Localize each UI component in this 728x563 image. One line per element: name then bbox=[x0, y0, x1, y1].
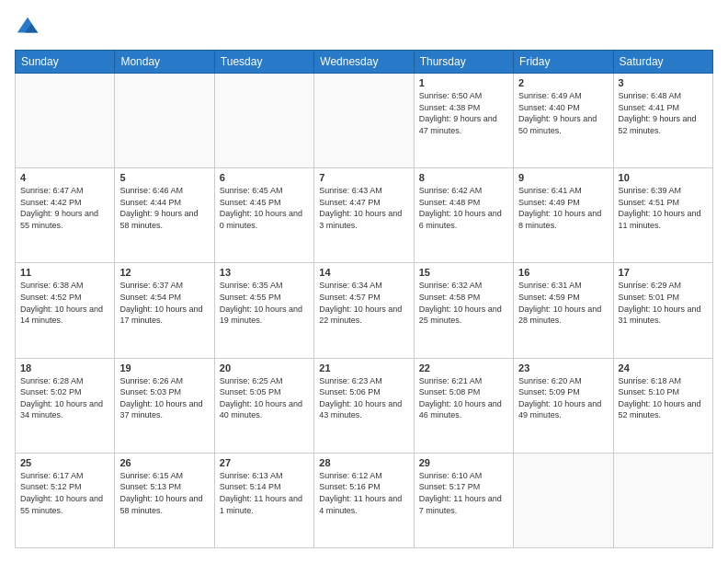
day-info: Sunrise: 6:10 AMSunset: 5:17 PMDaylight:… bbox=[419, 470, 508, 516]
day-number: 5 bbox=[119, 172, 209, 183]
day-number: 1 bbox=[419, 77, 508, 88]
calendar-cell: 22Sunrise: 6:21 AMSunset: 5:08 PMDayligh… bbox=[414, 358, 513, 453]
day-number: 16 bbox=[518, 267, 608, 278]
day-number: 23 bbox=[518, 362, 608, 373]
day-info: Sunrise: 6:50 AMSunset: 4:38 PMDaylight:… bbox=[419, 90, 508, 136]
day-number: 8 bbox=[419, 172, 508, 183]
day-number: 7 bbox=[319, 172, 408, 183]
calendar-cell bbox=[514, 453, 613, 547]
day-number: 25 bbox=[20, 457, 109, 468]
calendar-cell: 9Sunrise: 6:41 AMSunset: 4:49 PMDaylight… bbox=[514, 168, 613, 263]
day-info: Sunrise: 6:26 AMSunset: 5:03 PMDaylight:… bbox=[119, 375, 209, 421]
logo-icon bbox=[15, 15, 40, 40]
day-info: Sunrise: 6:46 AMSunset: 4:44 PMDaylight:… bbox=[119, 185, 209, 231]
calendar-cell bbox=[214, 74, 313, 168]
day-number: 26 bbox=[119, 457, 209, 468]
day-info: Sunrise: 6:20 AMSunset: 5:09 PMDaylight:… bbox=[518, 375, 608, 421]
week-row-5: 25Sunrise: 6:17 AMSunset: 5:12 PMDayligh… bbox=[16, 453, 713, 547]
weekday-sunday: Sunday bbox=[16, 51, 115, 74]
day-number: 28 bbox=[319, 457, 408, 468]
day-info: Sunrise: 6:42 AMSunset: 4:48 PMDaylight:… bbox=[419, 185, 508, 231]
day-info: Sunrise: 6:29 AMSunset: 5:01 PMDaylight:… bbox=[619, 280, 708, 326]
header bbox=[15, 15, 713, 40]
weekday-monday: Monday bbox=[115, 51, 214, 74]
day-number: 29 bbox=[419, 457, 508, 468]
day-info: Sunrise: 6:21 AMSunset: 5:08 PMDaylight:… bbox=[419, 375, 508, 421]
day-info: Sunrise: 6:48 AMSunset: 4:41 PMDaylight:… bbox=[619, 90, 708, 136]
day-number: 22 bbox=[419, 362, 508, 373]
day-number: 19 bbox=[119, 362, 209, 373]
calendar-cell: 20Sunrise: 6:25 AMSunset: 5:05 PMDayligh… bbox=[214, 358, 313, 453]
calendar-cell: 14Sunrise: 6:34 AMSunset: 4:57 PMDayligh… bbox=[314, 263, 414, 358]
calendar-cell: 21Sunrise: 6:23 AMSunset: 5:06 PMDayligh… bbox=[314, 358, 414, 453]
day-info: Sunrise: 6:31 AMSunset: 4:59 PMDaylight:… bbox=[518, 280, 608, 326]
calendar-cell: 5Sunrise: 6:46 AMSunset: 4:44 PMDaylight… bbox=[115, 168, 214, 263]
week-row-3: 11Sunrise: 6:38 AMSunset: 4:52 PMDayligh… bbox=[16, 263, 713, 358]
calendar-cell: 28Sunrise: 6:12 AMSunset: 5:16 PMDayligh… bbox=[314, 453, 414, 547]
day-number: 2 bbox=[518, 77, 608, 88]
day-number: 13 bbox=[220, 267, 309, 278]
week-row-4: 18Sunrise: 6:28 AMSunset: 5:02 PMDayligh… bbox=[16, 358, 713, 453]
calendar-cell: 23Sunrise: 6:20 AMSunset: 5:09 PMDayligh… bbox=[514, 358, 613, 453]
calendar-cell bbox=[115, 74, 214, 168]
day-number: 17 bbox=[619, 267, 708, 278]
day-number: 27 bbox=[220, 457, 309, 468]
calendar-cell bbox=[314, 74, 414, 168]
day-info: Sunrise: 6:47 AMSunset: 4:42 PMDaylight:… bbox=[20, 185, 109, 231]
weekday-tuesday: Tuesday bbox=[214, 51, 313, 74]
calendar-cell: 24Sunrise: 6:18 AMSunset: 5:10 PMDayligh… bbox=[613, 358, 712, 453]
day-number: 14 bbox=[319, 267, 408, 278]
day-number: 11 bbox=[20, 267, 109, 278]
day-info: Sunrise: 6:45 AMSunset: 4:45 PMDaylight:… bbox=[220, 185, 309, 231]
calendar-cell: 10Sunrise: 6:39 AMSunset: 4:51 PMDayligh… bbox=[613, 168, 712, 263]
day-info: Sunrise: 6:39 AMSunset: 4:51 PMDaylight:… bbox=[619, 185, 708, 231]
day-info: Sunrise: 6:18 AMSunset: 5:10 PMDaylight:… bbox=[619, 375, 708, 421]
day-number: 10 bbox=[619, 172, 708, 183]
calendar-cell: 2Sunrise: 6:49 AMSunset: 4:40 PMDaylight… bbox=[514, 74, 613, 168]
calendar-cell: 8Sunrise: 6:42 AMSunset: 4:48 PMDaylight… bbox=[414, 168, 513, 263]
calendar-cell: 19Sunrise: 6:26 AMSunset: 5:03 PMDayligh… bbox=[115, 358, 214, 453]
day-number: 21 bbox=[319, 362, 408, 373]
day-number: 9 bbox=[518, 172, 608, 183]
week-row-2: 4Sunrise: 6:47 AMSunset: 4:42 PMDaylight… bbox=[16, 168, 713, 263]
calendar-cell: 15Sunrise: 6:32 AMSunset: 4:58 PMDayligh… bbox=[414, 263, 513, 358]
day-info: Sunrise: 6:49 AMSunset: 4:40 PMDaylight:… bbox=[518, 90, 608, 136]
calendar-cell: 16Sunrise: 6:31 AMSunset: 4:59 PMDayligh… bbox=[514, 263, 613, 358]
week-row-1: 1Sunrise: 6:50 AMSunset: 4:38 PMDaylight… bbox=[16, 74, 713, 168]
weekday-saturday: Saturday bbox=[613, 51, 712, 74]
day-info: Sunrise: 6:17 AMSunset: 5:12 PMDaylight:… bbox=[20, 470, 109, 516]
day-info: Sunrise: 6:12 AMSunset: 5:16 PMDaylight:… bbox=[319, 470, 408, 516]
calendar-cell: 7Sunrise: 6:43 AMSunset: 4:47 PMDaylight… bbox=[314, 168, 414, 263]
calendar-page: SundayMondayTuesdayWednesdayThursdayFrid… bbox=[0, 0, 728, 563]
day-number: 4 bbox=[20, 172, 109, 183]
day-number: 20 bbox=[220, 362, 309, 373]
day-info: Sunrise: 6:15 AMSunset: 5:13 PMDaylight:… bbox=[119, 470, 209, 516]
calendar-cell: 3Sunrise: 6:48 AMSunset: 4:41 PMDaylight… bbox=[613, 74, 712, 168]
calendar-cell bbox=[16, 74, 115, 168]
day-info: Sunrise: 6:43 AMSunset: 4:47 PMDaylight:… bbox=[319, 185, 408, 231]
day-info: Sunrise: 6:37 AMSunset: 4:54 PMDaylight:… bbox=[119, 280, 209, 326]
logo bbox=[15, 15, 44, 40]
day-info: Sunrise: 6:34 AMSunset: 4:57 PMDaylight:… bbox=[319, 280, 408, 326]
day-info: Sunrise: 6:35 AMSunset: 4:55 PMDaylight:… bbox=[220, 280, 309, 326]
day-number: 3 bbox=[619, 77, 708, 88]
weekday-thursday: Thursday bbox=[414, 51, 513, 74]
calendar-cell: 6Sunrise: 6:45 AMSunset: 4:45 PMDaylight… bbox=[214, 168, 313, 263]
day-number: 18 bbox=[20, 362, 109, 373]
calendar-table: SundayMondayTuesdayWednesdayThursdayFrid… bbox=[15, 50, 713, 548]
calendar-cell: 4Sunrise: 6:47 AMSunset: 4:42 PMDaylight… bbox=[16, 168, 115, 263]
calendar-cell: 11Sunrise: 6:38 AMSunset: 4:52 PMDayligh… bbox=[16, 263, 115, 358]
day-info: Sunrise: 6:13 AMSunset: 5:14 PMDaylight:… bbox=[220, 470, 309, 516]
day-number: 15 bbox=[419, 267, 508, 278]
day-info: Sunrise: 6:23 AMSunset: 5:06 PMDaylight:… bbox=[319, 375, 408, 421]
calendar-cell: 26Sunrise: 6:15 AMSunset: 5:13 PMDayligh… bbox=[115, 453, 214, 547]
day-info: Sunrise: 6:28 AMSunset: 5:02 PMDaylight:… bbox=[20, 375, 109, 421]
calendar-cell: 25Sunrise: 6:17 AMSunset: 5:12 PMDayligh… bbox=[16, 453, 115, 547]
day-info: Sunrise: 6:38 AMSunset: 4:52 PMDaylight:… bbox=[20, 280, 109, 326]
weekday-wednesday: Wednesday bbox=[314, 51, 414, 74]
calendar-cell: 17Sunrise: 6:29 AMSunset: 5:01 PMDayligh… bbox=[613, 263, 712, 358]
day-number: 24 bbox=[619, 362, 708, 373]
calendar-cell: 18Sunrise: 6:28 AMSunset: 5:02 PMDayligh… bbox=[16, 358, 115, 453]
calendar-cell: 12Sunrise: 6:37 AMSunset: 4:54 PMDayligh… bbox=[115, 263, 214, 358]
day-info: Sunrise: 6:32 AMSunset: 4:58 PMDaylight:… bbox=[419, 280, 508, 326]
